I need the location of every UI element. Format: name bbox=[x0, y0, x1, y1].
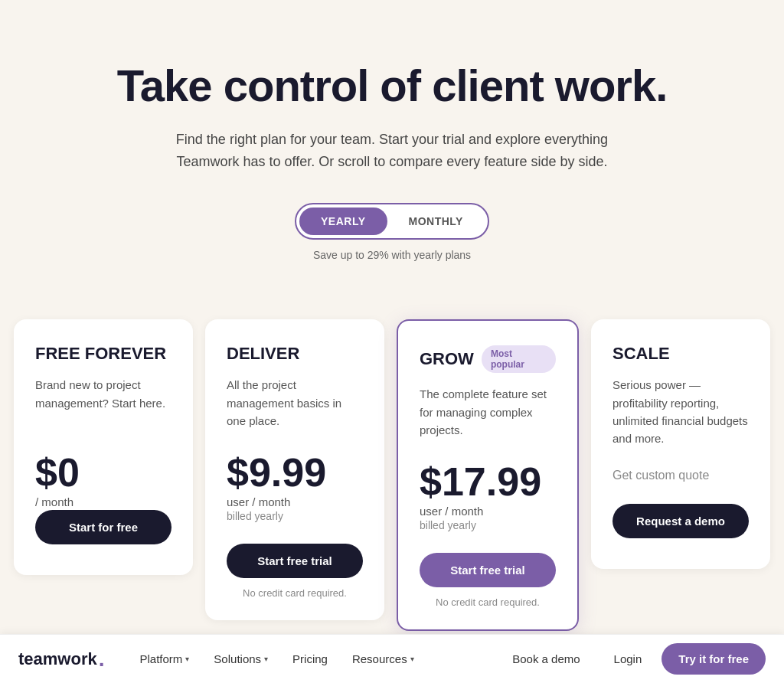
card-price: $9.99 bbox=[227, 453, 363, 492]
no-credit-card-text: No credit card required. bbox=[227, 587, 363, 599]
card-description: Brand new to project management? Start h… bbox=[35, 376, 172, 431]
nav-actions: Book a demo Login Try it for free bbox=[498, 643, 766, 675]
login-button[interactable]: Login bbox=[600, 645, 656, 673]
chevron-down-icon: ▾ bbox=[264, 655, 268, 663]
card-description: The complete feature set for managing co… bbox=[420, 385, 556, 440]
chevron-down-icon: ▾ bbox=[185, 655, 189, 663]
card-cta-button[interactable]: Start free trial bbox=[420, 553, 556, 587]
nav-item-pricing[interactable]: Pricing bbox=[282, 646, 338, 672]
card-custom-quote: Get custom quote bbox=[612, 469, 749, 482]
card-plan-row: DELIVER bbox=[227, 344, 363, 364]
card-price-unit: user / month bbox=[227, 495, 363, 508]
card-plan-name: GROW bbox=[420, 349, 474, 369]
card-price-billing: billed yearly bbox=[227, 510, 363, 522]
nav-item-solutions[interactable]: Solutions▾ bbox=[203, 646, 279, 672]
card-description: Serious power — profitability reporting,… bbox=[612, 376, 749, 447]
hero-section: Take control of client work. Find the ri… bbox=[0, 0, 784, 319]
card-price: $17.99 bbox=[420, 462, 556, 502]
card-cta-button[interactable]: Start free trial bbox=[227, 544, 363, 578]
nav-links: Platform▾Solutions▾PricingResources▾ bbox=[129, 646, 499, 672]
card-price-unit: user / month bbox=[420, 505, 556, 518]
card-plan-name: DELIVER bbox=[227, 344, 299, 364]
try-free-button[interactable]: Try it for free bbox=[662, 643, 766, 675]
card-plan-row: SCALE bbox=[612, 344, 749, 364]
card-price-unit: / month bbox=[35, 495, 172, 508]
card-plan-row: FREE FOREVER bbox=[35, 344, 172, 364]
nav-item-platform[interactable]: Platform▾ bbox=[129, 646, 201, 672]
logo-dot: . bbox=[99, 649, 105, 670]
hero-subtitle: Find the right plan for your team. Start… bbox=[147, 129, 637, 173]
nav-item-label: Solutions bbox=[214, 652, 261, 665]
plan-card-scale: SCALE Serious power — profitability repo… bbox=[591, 319, 770, 569]
card-price: $0 bbox=[35, 453, 172, 492]
billing-toggle: YEARLY MONTHLY bbox=[295, 203, 489, 240]
navbar: teamwork. Platform▾Solutions▾PricingReso… bbox=[0, 634, 784, 683]
nav-item-resources[interactable]: Resources▾ bbox=[341, 646, 425, 672]
nav-item-label: Pricing bbox=[292, 652, 328, 665]
hero-title: Take control of client work. bbox=[15, 61, 769, 110]
card-cta-button[interactable]: Start for free bbox=[35, 510, 172, 544]
yearly-toggle-btn[interactable]: YEARLY bbox=[299, 208, 387, 235]
card-plan-name: FREE FOREVER bbox=[35, 344, 166, 364]
plan-card-free: FREE FOREVER Brand new to project manage… bbox=[14, 319, 193, 575]
card-description: All the project management basics in one… bbox=[227, 376, 363, 431]
popular-badge: Most popular bbox=[482, 345, 556, 373]
logo[interactable]: teamwork. bbox=[18, 649, 105, 670]
chevron-down-icon: ▾ bbox=[410, 655, 414, 663]
pricing-cards: FREE FOREVER Brand new to project manage… bbox=[2, 319, 782, 646]
no-credit-card-text: No credit card required. bbox=[420, 596, 556, 608]
logo-text: teamwork bbox=[18, 649, 97, 669]
book-demo-button[interactable]: Book a demo bbox=[498, 645, 593, 673]
plan-card-deliver: DELIVER All the project management basic… bbox=[205, 319, 384, 620]
card-cta-button[interactable]: Request a demo bbox=[612, 504, 749, 538]
card-price-billing: billed yearly bbox=[420, 519, 556, 531]
plan-card-grow: GROW Most popular The complete feature s… bbox=[397, 319, 579, 631]
card-plan-row: GROW Most popular bbox=[420, 345, 556, 373]
card-plan-name: SCALE bbox=[612, 344, 670, 364]
savings-text: Save up to 29% with yearly plans bbox=[313, 249, 471, 261]
nav-item-label: Platform bbox=[140, 652, 183, 665]
monthly-toggle-btn[interactable]: MONTHLY bbox=[387, 208, 485, 235]
nav-item-label: Resources bbox=[352, 652, 407, 665]
